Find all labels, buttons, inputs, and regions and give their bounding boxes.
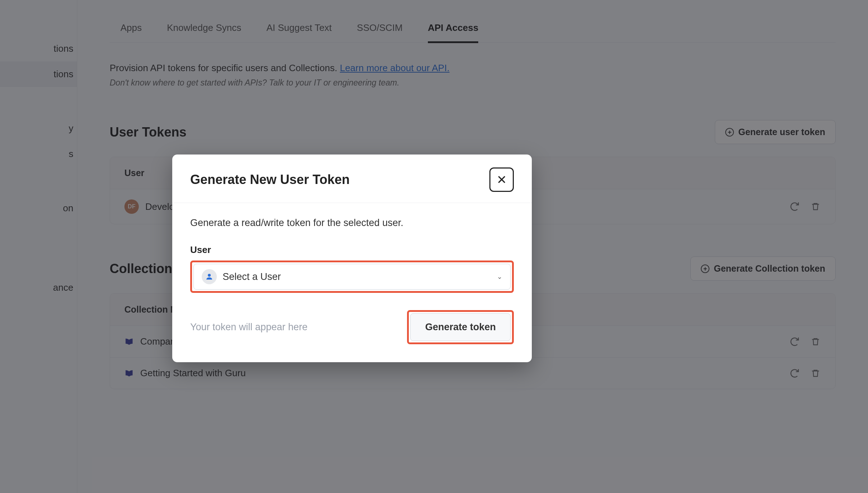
svg-point-0 xyxy=(208,274,211,277)
modal-footer: Your token will appear here Generate tok… xyxy=(190,310,514,344)
token-placeholder-text: Your token will appear here xyxy=(190,322,307,333)
modal-description: Generate a read/write token for the sele… xyxy=(190,217,514,229)
modal-header: Generate New User Token ✕ xyxy=(172,155,532,203)
modal-body: Generate a read/write token for the sele… xyxy=(172,203,532,362)
generate-token-highlight: Generate token xyxy=(407,310,514,344)
user-select-placeholder: Select a User xyxy=(223,271,281,282)
chevron-down-icon: ⌄ xyxy=(497,273,502,281)
close-icon: ✕ xyxy=(497,172,507,187)
modal-overlay[interactable]: Generate New User Token ✕ Generate a rea… xyxy=(0,0,868,493)
user-select-highlight: Select a User ⌄ xyxy=(190,261,514,293)
modal-title: Generate New User Token xyxy=(190,172,350,187)
user-icon xyxy=(202,269,217,284)
user-field-label: User xyxy=(190,244,514,255)
user-select[interactable]: Select a User ⌄ xyxy=(193,264,511,290)
generate-user-token-modal: Generate New User Token ✕ Generate a rea… xyxy=(172,155,532,362)
generate-token-button[interactable]: Generate token xyxy=(410,313,511,341)
close-button[interactable]: ✕ xyxy=(489,167,514,192)
